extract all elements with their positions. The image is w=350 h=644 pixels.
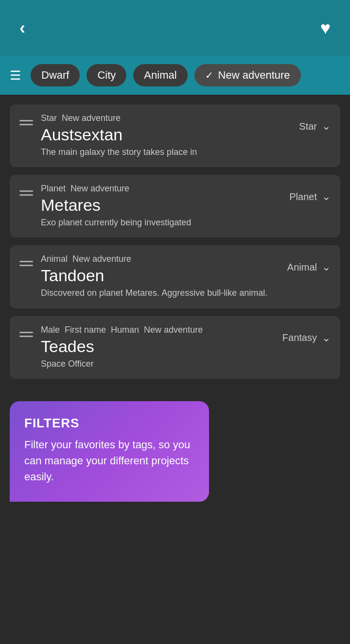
card-right-teades: Fantasy ⌄ — [282, 332, 331, 344]
filter-bar: ☰ Dwarf City Animal ✓ New adventure — [0, 56, 350, 95]
card-metares[interactable]: Planet New adventure Metares Exo planet … — [10, 175, 340, 237]
tag-human: Human — [111, 325, 139, 335]
card-desc-austsextan: The main galaxy the story takes place in — [41, 146, 291, 158]
heart-icon[interactable]: ♥ — [320, 18, 331, 38]
tooltip-title: FILTERS — [24, 416, 194, 431]
bottom-space — [10, 509, 340, 607]
card-body-metares: Planet New adventure Metares Exo planet … — [41, 184, 281, 229]
filter-chip-new-adventure[interactable]: ✓ New adventure — [194, 64, 301, 86]
tooltip-panel: FILTERS Filter your favorites by tags, s… — [10, 401, 209, 502]
tag-new-adventure-4: New adventure — [144, 325, 203, 335]
header: ‹ ♥ — [0, 0, 350, 56]
checkmark-icon: ✓ — [205, 69, 213, 81]
back-button[interactable]: ‹ — [19, 18, 25, 38]
card-tags-tandoen: Animal New adventure — [41, 254, 280, 264]
tag-new-adventure-3: New adventure — [72, 254, 131, 264]
card-title-metares: Metares — [41, 196, 281, 215]
card-desc-teades: Space Officer — [41, 358, 275, 370]
chevron-down-icon-tandoen[interactable]: ⌄ — [322, 261, 331, 273]
card-desc-tandoen: Discovered on planet Metares. Aggressive… — [41, 287, 280, 299]
drag-handle-metares — [19, 190, 33, 196]
card-tags-metares: Planet New adventure — [41, 184, 281, 194]
tag-new-adventure-2: New adventure — [70, 184, 129, 194]
tag-new-adventure-1: New adventure — [62, 113, 121, 123]
card-tags-austsextan: Star New adventure — [41, 113, 291, 123]
filter-icon: ☰ — [10, 68, 21, 83]
tooltip-text: Filter your favorites by tags, so you ca… — [24, 437, 194, 485]
drag-handle-austsextan — [19, 120, 33, 125]
filter-chip-city[interactable]: City — [87, 64, 126, 86]
card-body-austsextan: Star New adventure Austsextan The main g… — [41, 113, 291, 158]
card-tags-teades: Male First name Human New adventure — [41, 325, 275, 335]
tag-planet: Planet — [41, 184, 66, 194]
drag-handle-teades — [19, 332, 33, 337]
card-austsextan[interactable]: Star New adventure Austsextan The main g… — [10, 104, 340, 167]
chevron-down-icon-austsextan[interactable]: ⌄ — [322, 120, 331, 133]
tag-animal: Animal — [41, 254, 68, 264]
filter-chip-animal[interactable]: Animal — [133, 64, 187, 86]
content-area: Star New adventure Austsextan The main g… — [0, 95, 350, 607]
chevron-down-icon-teades[interactable]: ⌄ — [322, 332, 331, 344]
tag-star: Star — [41, 113, 57, 123]
card-title-teades: Teades — [41, 337, 275, 356]
card-type-tandoen: Animal — [287, 262, 317, 273]
tag-first-name: First name — [65, 325, 106, 335]
card-type-austsextan: Star — [299, 121, 317, 132]
card-title-tandoen: Tandoen — [41, 266, 280, 285]
card-right-austsextan: Star ⌄ — [299, 120, 331, 133]
card-right-metares: Planet ⌄ — [289, 190, 331, 203]
card-body-teades: Male First name Human New adventure Tead… — [41, 325, 275, 370]
card-teades[interactable]: Male First name Human New adventure Tead… — [10, 316, 340, 379]
card-title-austsextan: Austsextan — [41, 125, 291, 144]
card-type-metares: Planet — [289, 191, 317, 203]
chevron-down-icon-metares[interactable]: ⌄ — [322, 190, 331, 203]
filter-chip-dwarf[interactable]: Dwarf — [31, 64, 80, 86]
card-body-tandoen: Animal New adventure Tandoen Discovered … — [41, 254, 280, 299]
card-right-tandoen: Animal ⌄ — [287, 261, 331, 273]
card-desc-metares: Exo planet currently being investigated — [41, 217, 281, 229]
card-tandoen[interactable]: Animal New adventure Tandoen Discovered … — [10, 245, 340, 308]
drag-handle-tandoen — [19, 261, 33, 266]
tag-male: Male — [41, 325, 60, 335]
filter-chip-new-adventure-label: New adventure — [218, 69, 290, 82]
card-type-teades: Fantasy — [282, 332, 317, 343]
